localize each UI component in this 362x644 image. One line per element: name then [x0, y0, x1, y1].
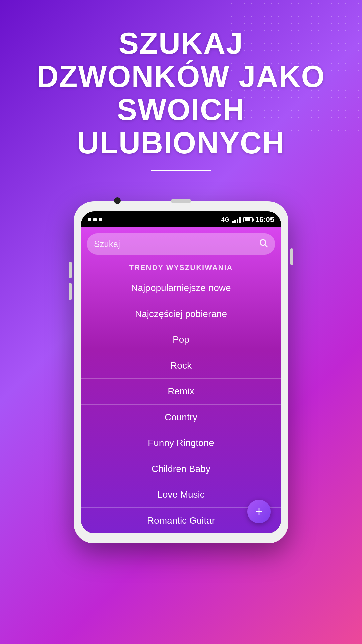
- status-bar: 4G 16:05: [81, 211, 281, 227]
- signal-bar: [239, 217, 241, 223]
- signal-bar: [237, 219, 238, 223]
- list-item[interactable]: Pop: [81, 327, 281, 353]
- trend-list: Najpopularniejsze nowe Najczęściej pobie…: [81, 275, 281, 533]
- phone-screen: 4G 16:05: [81, 211, 281, 533]
- phone-body: 4G 16:05: [74, 201, 288, 543]
- header-section: SZUKAJ DZWONKÓW JAKO SWOICH ULUBIONYCH: [0, 0, 362, 198]
- status-left: [88, 218, 102, 221]
- status-right: 4G 16:05: [221, 215, 274, 224]
- screen-content-wrapper: Szukaj TRENDY WYSZUKIWANIA: [81, 227, 281, 533]
- status-dot: [88, 218, 91, 221]
- phone-left-buttons: [69, 262, 72, 300]
- list-item[interactable]: Najpopularniejsze nowe: [81, 275, 281, 301]
- list-item[interactable]: Children Baby: [81, 456, 281, 482]
- title-divider: [151, 170, 211, 171]
- time-display: 16:05: [255, 215, 274, 224]
- phone-button: [290, 248, 293, 265]
- phone-wrapper: 4G 16:05: [74, 201, 288, 543]
- fab-add-button[interactable]: +: [247, 500, 271, 523]
- signal-bar: [234, 220, 236, 223]
- phone-container: 4G 16:05: [0, 201, 362, 543]
- battery-icon: [243, 217, 253, 222]
- network-indicator: 4G: [221, 216, 229, 223]
- search-icon[interactable]: [259, 238, 268, 250]
- status-dot: [93, 218, 97, 221]
- search-bar[interactable]: Szukaj: [87, 233, 275, 255]
- trends-label: TRENDY WYSZUKIWANIA: [81, 258, 281, 275]
- list-item[interactable]: Country: [81, 405, 281, 430]
- search-bar-container: Szukaj: [81, 227, 281, 258]
- search-input[interactable]: Szukaj: [94, 239, 259, 249]
- status-dot: [99, 218, 102, 221]
- phone-button: [69, 283, 72, 300]
- signal-icon: [232, 216, 241, 223]
- phone-speaker: [171, 199, 191, 203]
- battery-fill: [245, 218, 250, 221]
- plus-icon: +: [255, 504, 262, 519]
- app-content: Szukaj TRENDY WYSZUKIWANIA: [81, 227, 281, 533]
- phone-button: [69, 262, 72, 278]
- list-item[interactable]: Remix: [81, 379, 281, 405]
- phone-side-buttons: [290, 248, 293, 265]
- list-item[interactable]: Funny Ringtone: [81, 430, 281, 456]
- list-item[interactable]: Rock: [81, 353, 281, 379]
- svg-line-1: [265, 245, 267, 247]
- list-item[interactable]: Najczęściej pobierane: [81, 301, 281, 327]
- signal-bar: [232, 221, 234, 223]
- main-title: SZUKAJ DZWONKÓW JAKO SWOICH ULUBIONYCH: [20, 27, 342, 160]
- phone-camera: [114, 197, 121, 204]
